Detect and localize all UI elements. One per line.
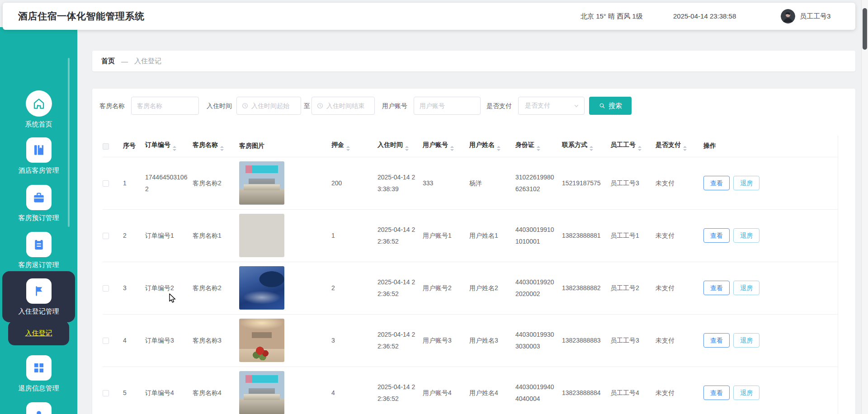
col-name[interactable]: 用户姓名 xyxy=(469,136,515,157)
col-staff[interactable]: 员工工号 xyxy=(610,136,656,157)
cell-room: 客房名称4 xyxy=(193,367,239,414)
col-paid[interactable]: 是否支付 xyxy=(656,136,703,157)
table-body: 11744645031062客房名称22002025-04-14 23:38:3… xyxy=(103,157,838,414)
sort-icon[interactable] xyxy=(220,146,224,151)
view-button[interactable]: 查看 xyxy=(703,333,730,348)
sort-icon[interactable] xyxy=(638,146,642,151)
col-order[interactable]: 订单编号 xyxy=(145,136,193,157)
sort-icon[interactable] xyxy=(450,146,454,151)
page-scrollbar xyxy=(861,0,868,414)
col-deposit[interactable]: 押金 xyxy=(331,136,377,157)
room-image xyxy=(239,371,284,414)
checkin-start-input[interactable] xyxy=(249,102,301,109)
sidebar-item-hotel-room-mgmt[interactable]: 酒店客房管理 xyxy=(0,137,77,175)
sort-icon[interactable] xyxy=(405,146,409,151)
sort-icon[interactable] xyxy=(346,146,350,151)
checkout-button[interactable]: 退房 xyxy=(733,176,760,190)
cell-time: 2025-04-14 22:36:52 xyxy=(377,314,423,367)
cell-time: 2025-04-14 23:38:39 xyxy=(377,157,423,209)
select-all-checkbox[interactable] xyxy=(103,143,109,150)
user-account-label: 用户账号 xyxy=(382,97,407,115)
col-idcard[interactable]: 身份证 xyxy=(515,136,562,157)
checkin-end-input[interactable] xyxy=(324,102,374,109)
col-room[interactable]: 客房名称 xyxy=(193,136,239,157)
checkin-start-datepicker[interactable] xyxy=(236,97,301,115)
cell-staff: 员工工号4 xyxy=(610,367,656,414)
checkout-button[interactable]: 退房 xyxy=(733,228,760,243)
sort-icon[interactable] xyxy=(173,146,176,151)
sidebar-item-checkin-reg-mgmt[interactable]: 入住登记管理 xyxy=(2,271,75,322)
cell-name: 杨洋 xyxy=(469,157,515,209)
user-menu[interactable]: 员工工号3 xyxy=(781,9,830,24)
view-button[interactable]: 查看 xyxy=(703,228,730,243)
avatar[interactable] xyxy=(781,9,795,24)
cell-phone: 13823888883 xyxy=(562,314,610,367)
checkin-time-label: 入住时间 xyxy=(207,97,232,115)
sort-icon[interactable] xyxy=(497,146,500,151)
cell-staff: 员工工号1 xyxy=(610,209,656,262)
row-checkbox[interactable] xyxy=(103,233,109,239)
table-row: 5订单编号4客房名称442025-04-14 22:36:52用户账号4用户姓名… xyxy=(103,367,838,414)
col-select xyxy=(103,136,123,157)
paid-select-value: 是否支付 xyxy=(525,102,573,110)
cell-image xyxy=(239,367,331,414)
clock-icon xyxy=(241,102,249,109)
cell-room: 客房名称3 xyxy=(193,314,239,367)
sidebar-item-checkout-info-mgmt[interactable]: 退房信息管理 xyxy=(0,355,77,393)
checkin-end-datepicker[interactable] xyxy=(311,97,375,115)
sidebar-item-label: 客房退订管理 xyxy=(0,261,77,269)
checkout-button[interactable]: 退房 xyxy=(733,386,760,400)
sort-icon[interactable] xyxy=(590,146,593,151)
sidebar-item-room-cancel-mgmt[interactable]: 客房退订管理 xyxy=(0,232,77,269)
cell-account: 用户账号4 xyxy=(423,367,469,414)
row-checkbox[interactable] xyxy=(103,390,109,396)
row-checkbox[interactable] xyxy=(103,285,109,292)
col-phone[interactable]: 联系方式 xyxy=(562,136,610,157)
clipboard-icon xyxy=(26,232,52,257)
flag-icon xyxy=(26,278,52,304)
breadcrumb-home-link[interactable]: 首页 xyxy=(101,57,115,66)
column-label: 联系方式 xyxy=(562,141,587,148)
col-account[interactable]: 用户账号 xyxy=(423,136,469,157)
col-time[interactable]: 入住时间 xyxy=(377,136,423,157)
cell-image xyxy=(239,157,331,209)
cell-phone: 13823888881 xyxy=(562,209,610,262)
search-button[interactable]: 搜索 xyxy=(589,97,632,115)
sidebar-item-system-home[interactable]: 系统首页 xyxy=(0,90,77,129)
search-icon xyxy=(599,102,606,109)
cell-phone: 15219187575 xyxy=(562,157,610,209)
cell-order: 订单编号1 xyxy=(145,209,193,262)
sidebar-item-violation-record-mgmt[interactable]: 违法记录管理 xyxy=(0,402,77,414)
view-button[interactable]: 查看 xyxy=(703,176,730,190)
view-button[interactable]: 查看 xyxy=(703,281,730,295)
cell-name: 用户姓名3 xyxy=(469,314,515,367)
view-button[interactable]: 查看 xyxy=(703,386,730,400)
paid-select[interactable]: 是否支付 xyxy=(518,97,585,115)
user-account-input[interactable] xyxy=(414,97,481,115)
cell-account: 333 xyxy=(423,157,469,209)
cell-order: 订单编号2 xyxy=(145,262,193,314)
row-checkbox[interactable] xyxy=(103,180,109,187)
table-row: 11744645031062客房名称22002025-04-14 23:38:3… xyxy=(103,157,838,209)
cell-time: 2025-04-14 22:36:52 xyxy=(377,209,423,262)
column-label: 用户账号 xyxy=(423,141,448,148)
cell-select xyxy=(103,367,123,414)
sidebar-item-room-reserve-mgmt[interactable]: 客房预订管理 xyxy=(0,185,77,222)
cell-action: 查看退房 xyxy=(703,314,838,367)
sidebar-item-checkin-reg[interactable]: 入住登记 xyxy=(8,321,69,345)
app-title: 酒店住宿一体化智能管理系统 xyxy=(18,3,145,30)
top-header: 酒店住宿一体化智能管理系统 北京 15° 晴 西风 1级 2025-04-14 … xyxy=(3,3,855,30)
checkout-button[interactable]: 退房 xyxy=(733,281,760,295)
column-label: 订单编号 xyxy=(145,141,170,148)
page-scrollbar-thumb[interactable] xyxy=(863,8,867,50)
column-label: 是否支付 xyxy=(656,141,681,148)
cell-order: 订单编号4 xyxy=(145,367,193,414)
clock-icon xyxy=(316,102,324,109)
checkout-button[interactable]: 退房 xyxy=(733,333,760,348)
sort-icon[interactable] xyxy=(683,146,687,151)
room-name-input[interactable] xyxy=(131,97,199,115)
column-label: 序号 xyxy=(123,142,136,149)
row-checkbox[interactable] xyxy=(103,338,109,344)
col-seq: 序号 xyxy=(123,136,145,157)
sort-icon[interactable] xyxy=(537,146,540,151)
